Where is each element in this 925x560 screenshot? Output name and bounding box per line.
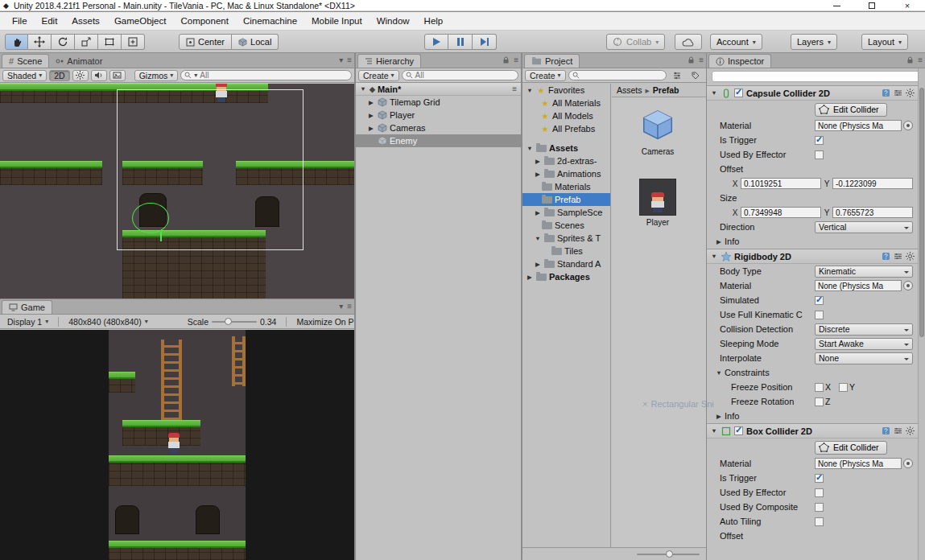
hand-tool-button[interactable] — [5, 34, 28, 50]
presets-icon[interactable] — [894, 426, 902, 435]
inspector-scrollbar-thumb[interactable] — [919, 88, 924, 337]
hierarchy-item-cameras[interactable]: ▶ Cameras — [356, 121, 521, 134]
menu-edit[interactable]: Edit — [35, 16, 65, 26]
scene-viewport[interactable] — [0, 84, 354, 299]
freeze-position-y-checkbox[interactable] — [839, 383, 848, 392]
folder-tiles[interactable]: Tiles — [522, 245, 610, 257]
favorite-all-materials[interactable]: ★ All Materials — [522, 97, 610, 109]
breadcrumb-root[interactable]: Assets — [617, 85, 642, 95]
capsule-collider-header[interactable]: ▼ Capsule Collider 2D — [707, 85, 918, 101]
capsule-offset-y-field[interactable]: -0.1223099 — [832, 178, 913, 189]
capsule-size-x-field[interactable]: 0.7349948 — [741, 207, 821, 218]
scale-tool-button[interactable] — [75, 34, 98, 50]
presets-icon[interactable] — [894, 252, 902, 261]
packages-root[interactable]: ▶ Packages — [522, 270, 610, 283]
rigidbody-material-field[interactable]: None (Physics Ma — [815, 280, 902, 291]
menu-component[interactable]: Component — [173, 16, 235, 26]
scene-row-menu-icon[interactable]: ≡ — [512, 84, 517, 93]
folder-animations[interactable]: ▶ Animations — [522, 167, 610, 180]
object-picker-icon[interactable] — [903, 459, 913, 468]
project-create-button[interactable]: Create ▾ — [525, 70, 566, 81]
box-used-by-effector-checkbox[interactable] — [815, 488, 824, 497]
resolution-dropdown[interactable]: 480x840 (480x840) ▾ — [64, 317, 153, 327]
play-button[interactable] — [424, 34, 448, 50]
foldout-icon[interactable]: ▶ — [534, 171, 542, 178]
help-icon[interactable] — [882, 252, 890, 261]
tab-game[interactable]: Game — [2, 300, 52, 314]
project-content-area[interactable]: Assets ▸ Prefab Cameras Player — [612, 84, 706, 547]
freeze-position-x-checkbox[interactable] — [815, 383, 824, 392]
game-panel-menu-icon[interactable]: ≡ — [347, 302, 352, 311]
capsule-direction-dropdown[interactable]: Vertical — [815, 221, 913, 233]
effects-dropdown[interactable] — [109, 70, 126, 81]
help-icon[interactable] — [882, 89, 890, 97]
pivot-mode-button[interactable]: Center — [179, 34, 232, 50]
foldout-icon[interactable]: ▼ — [710, 89, 718, 97]
gear-icon[interactable] — [906, 426, 915, 435]
menu-file[interactable]: File — [5, 16, 35, 26]
use-full-kinematic-checkbox[interactable] — [815, 311, 824, 319]
hierarchy-item-player[interactable]: ▶ Player — [356, 109, 521, 121]
folder-sprites[interactable]: ▼ Sprites & T — [522, 232, 610, 245]
favorite-all-models[interactable]: ★ All Models — [522, 109, 610, 122]
simulated-checkbox[interactable] — [815, 296, 824, 305]
menu-mobile-input[interactable]: Mobile Input — [304, 16, 370, 26]
tab-inspector[interactable]: Inspector — [708, 54, 771, 68]
folder-samplescenes[interactable]: ▶ SampleSce — [522, 206, 610, 219]
pause-button[interactable] — [448, 34, 473, 50]
menu-gameobject[interactable]: GameObject — [107, 16, 174, 26]
hierarchy-panel-menu-icon[interactable]: ≡ — [514, 56, 518, 64]
box-used-by-composite-checkbox[interactable] — [815, 503, 824, 512]
asset-item-cameras[interactable]: Cameras — [621, 108, 694, 156]
assets-root[interactable]: ▼ Assets — [522, 142, 610, 154]
scale-slider-thumb[interactable] — [225, 318, 232, 325]
gear-icon[interactable] — [906, 89, 915, 97]
hierarchy-search-input[interactable]: All — [402, 70, 518, 80]
layers-button[interactable]: Layers ▾ — [791, 34, 837, 50]
lock-icon[interactable] — [502, 56, 510, 64]
capsule-is-trigger-checkbox[interactable] — [815, 136, 824, 145]
foldout-icon[interactable]: ▶ — [367, 112, 375, 119]
cloud-button[interactable] — [675, 34, 702, 50]
foldout-icon[interactable]: ▶ — [534, 261, 542, 268]
lock-icon[interactable] — [906, 56, 914, 64]
folder-scenes[interactable]: Scenes — [522, 219, 610, 232]
breadcrumb-current[interactable]: Prefab — [653, 85, 679, 95]
constraints-foldout[interactable]: ▼ Constraints — [707, 365, 918, 380]
favorite-all-prefabs[interactable]: ★ All Prefabs — [522, 122, 610, 135]
inspector-scrollbar[interactable] — [918, 68, 925, 560]
audio-toggle[interactable] — [91, 70, 107, 81]
foldout-icon[interactable]: ▶ — [526, 274, 534, 281]
lock-icon[interactable] — [688, 56, 695, 64]
capsule-edit-collider-button[interactable]: Edit Collider — [815, 103, 887, 117]
project-search-input[interactable] — [568, 70, 667, 80]
menu-cinemachine[interactable]: Cinemachine — [236, 16, 304, 26]
foldout-icon[interactable]: ▶ — [367, 125, 375, 132]
mode-2d-toggle[interactable]: 2D — [49, 70, 69, 81]
capsule-collider-enabled-checkbox[interactable] — [734, 89, 743, 97]
rect-tool-button[interactable] — [98, 34, 122, 50]
collab-button[interactable]: Collab ▾ — [606, 34, 665, 50]
box-material-field[interactable]: None (Physics Ma — [815, 458, 902, 469]
game-panel-dropdown-icon[interactable]: ▾ — [339, 302, 343, 311]
freeze-rotation-z-checkbox[interactable] — [815, 397, 824, 406]
sleeping-mode-dropdown[interactable]: Start Awake — [815, 338, 913, 350]
foldout-icon[interactable]: ▼ — [526, 87, 534, 94]
menu-assets[interactable]: Assets — [64, 16, 107, 26]
account-button[interactable]: Account ▾ — [710, 34, 762, 50]
foldout-icon[interactable]: ▶ — [534, 209, 542, 216]
box-edit-collider-button[interactable]: Edit Collider — [815, 441, 887, 455]
foldout-icon[interactable]: ▼ — [534, 235, 542, 242]
foldout-icon[interactable]: ▶ — [367, 99, 375, 106]
menu-window[interactable]: Window — [370, 16, 417, 26]
maximize-button[interactable] — [854, 0, 890, 11]
object-picker-icon[interactable] — [903, 121, 913, 130]
asset-item-player[interactable]: Player — [621, 179, 694, 227]
hierarchy-item-tilemap-grid[interactable]: ▶ Tilemap Grid — [356, 96, 521, 109]
scale-slider[interactable] — [212, 321, 257, 323]
tab-project[interactable]: Project — [524, 54, 580, 68]
capsule-used-by-effector-checkbox[interactable] — [815, 150, 824, 159]
foldout-icon[interactable]: ▶ — [534, 158, 542, 165]
presets-icon[interactable] — [894, 89, 902, 97]
foldout-icon[interactable]: ▼ — [359, 85, 367, 93]
